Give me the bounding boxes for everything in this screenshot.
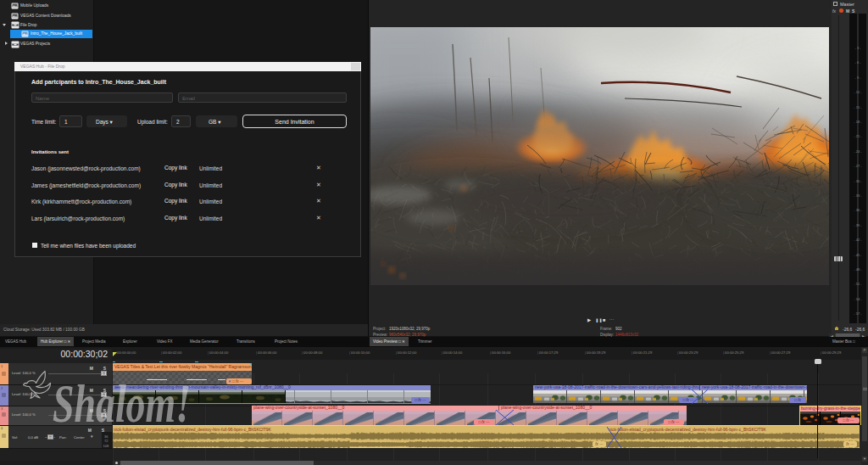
svg-text:Shalom!: Shalom! <box>53 373 191 434</box>
